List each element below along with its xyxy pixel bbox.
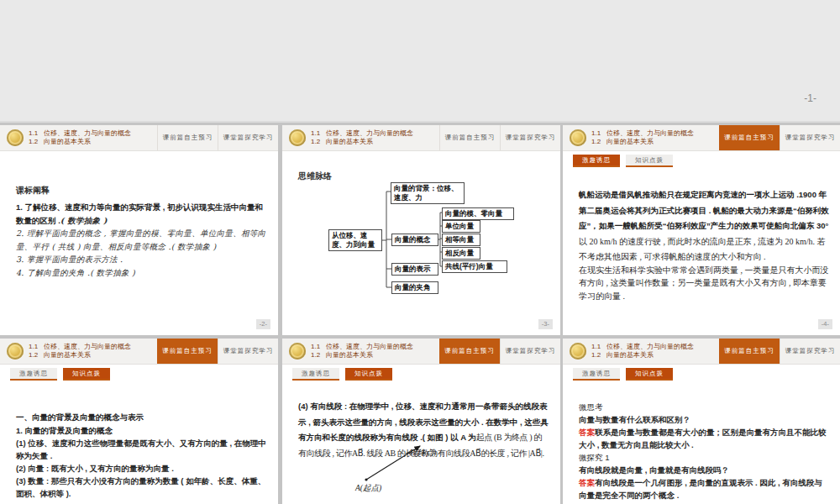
flowchart-node-unit-vector: 单位向量	[442, 220, 480, 233]
subtab-zhishi-dianbo[interactable]: 知识点拨	[626, 368, 673, 381]
lesson-title: 1.1位移、速度、力与向量的概念 1.2向量的基本关系	[591, 129, 694, 147]
section-title: 一、向量的背景及向量的概念与表示	[16, 411, 267, 424]
subtab-bar: 激趣诱思 知识点拨	[563, 151, 840, 167]
tab-classroom[interactable]: 课堂篇探究学习	[780, 339, 840, 364]
cover-slide-bottom: -1-	[0, 0, 840, 123]
slide-header: 1.1位移、速度、力与向量的概念 1.2向量的基本关系 课前篇自主预习 课堂篇探…	[563, 339, 840, 365]
tab-classroom[interactable]: 课堂篇探究学习	[780, 125, 840, 150]
slide-header: 1.1位移、速度、力与向量的概念 1.2向量的基本关系 课前篇自主预习 课堂篇探…	[0, 125, 278, 151]
header-tabs: 课前篇自主预习 课堂篇探究学习	[157, 125, 278, 150]
definition-item: (3) 数量 : 那些只有大小没有方向的量称为数量 ( 如年龄、长度、体重、面积…	[16, 475, 267, 500]
definition-item: (1) 位移、速度和力这些物理量都是既有大小、又有方向的量 , 在物理中称为矢量…	[16, 437, 267, 462]
subtab-jiqu-yousi[interactable]: 激趣诱思	[573, 368, 620, 381]
flowchart-node-background: 向量的背景：位移、速度、力	[391, 182, 465, 204]
slide-content: 一、向量的背景及向量的概念与表示 1. 向量的背景及向量的概念 (1) 位移、速…	[0, 381, 278, 500]
lesson-title-line2: 向量的基本关系	[44, 351, 91, 359]
explore-heading: 微探究 1	[579, 451, 829, 464]
subtab-bar: 激趣诱思 知识点拨	[563, 365, 840, 381]
page-number-badge: -2-	[256, 319, 270, 329]
subtab-bar: 激趣诱思 知识点拨	[0, 365, 278, 381]
lesson-title-line2: 向量的基本关系	[606, 138, 654, 145]
tab-presession[interactable]: 课前篇自主预习	[157, 125, 218, 150]
flowchart-node-equal-vector: 相等向量	[442, 234, 480, 246]
tab-presession[interactable]: 课前篇自主预习	[719, 125, 780, 150]
subtab-jiqu-yousi[interactable]: 激趣诱思	[573, 155, 620, 167]
competency-tag: ( 数学抽象 )	[60, 216, 108, 225]
school-logo-icon	[570, 129, 586, 146]
slide-zhishi-dianbo-1: 1.1位移、速度、力与向量的概念 1.2向量的基本关系 课前篇自主预习 课堂篇探…	[0, 339, 278, 504]
intro-paragraph: 在现实生活和科学实验中常常会遇到两类量 , 一类量是只有大小而没有方向 , 这类…	[579, 264, 829, 303]
slide-kebiao-chanshi: 1.1位移、速度、力与向量的概念 1.2向量的基本关系 课前篇自主预习 课堂篇探…	[0, 125, 278, 335]
flowchart-node-opposite-vector: 相反向量	[442, 247, 480, 260]
school-logo-icon	[570, 343, 586, 360]
lesson-title-line1: 位移、速度、力与向量的概念	[44, 129, 131, 137]
subtab-jiqu-yousi[interactable]: 激趣诱思	[10, 368, 57, 381]
endpoint-b-label: B(终点)	[410, 448, 436, 459]
definition-item: (2) 向量 : 既有大小 , 又有方向的量称为向量 .	[16, 462, 267, 475]
tab-presession[interactable]: 课前篇自主预习	[157, 339, 218, 364]
school-logo-icon	[7, 343, 24, 360]
explore-answer: 答案有向线段是一个几何图形 , 是向量的直观表示 . 因此 , 有向线段与向量是…	[579, 476, 829, 501]
subtab-zhishi-dianbo[interactable]: 知识点拨	[626, 155, 673, 167]
tab-classroom[interactable]: 课堂篇探究学习	[218, 125, 278, 150]
lesson-title-line1: 位移、速度、力与向量的概念	[44, 343, 131, 350]
flowchart-node-modulus-zero: 向量的模、零向量	[442, 207, 514, 220]
slide-weisikao: 1.1位移、速度、力与向量的概念 1.2向量的基本关系 课前篇自主预习 课堂篇探…	[563, 339, 840, 504]
slide-grid-viewer: -1- 1.1位移、速度、力与向量的概念 1.2向量的基本关系 课前篇自主预习 …	[0, 0, 840, 504]
tab-classroom[interactable]: 课堂篇探究学习	[218, 339, 278, 364]
lesson-number: 1.1	[591, 129, 606, 139]
think-heading: 微思考	[579, 401, 829, 413]
page-number: -1-	[804, 92, 816, 104]
flowchart-node-collinear-vector: 共线(平行)向量	[442, 260, 507, 273]
lesson-title-line2: 向量的基本关系	[44, 138, 91, 145]
directed-segment-arrow	[282, 339, 560, 504]
objective-item: 4. 了解向量的夹角 .( 数学抽象 )	[16, 266, 267, 280]
slide-content: 帆船运动是借风帆推动船只在规定距离内竞速的一项水上运动 .1900 年第二届奥运…	[563, 167, 840, 302]
header-tabs: 课前篇自主预习 课堂篇探究学习	[157, 339, 278, 364]
page-number-badge: -4-	[818, 319, 832, 329]
startpoint-a-label: A(起点)	[355, 483, 381, 494]
flowchart-node-root: 从位移、速度、力到向量	[328, 229, 382, 251]
lesson-number: 1.2	[591, 138, 606, 147]
lesson-number: 1.2	[591, 351, 606, 360]
objective-item: 3. 掌握平面向量的表示方法 .	[16, 253, 267, 266]
slide-content: 课标阐释 1. 了解位移、速度和力等向量的实际背景 , 初步认识现实生活中向量和…	[0, 151, 278, 279]
lesson-title: 1.1位移、速度、力与向量的概念 1.2向量的基本关系	[29, 129, 131, 147]
intro-paragraph: 帆船运动是借风帆推动船只在规定距离内竞速的一项水上运动 .1900 年第二届奥运…	[579, 186, 829, 264]
lesson-title-line1: 位移、速度、力与向量的概念	[606, 343, 694, 350]
objective-item: 2. 理解平面向量的概念 , 掌握向量的模、零向量、单位向量、相等向量、平行 (…	[16, 227, 267, 253]
lesson-number: 1.1	[29, 343, 44, 352]
lesson-number: 1.2	[29, 351, 44, 360]
flowchart-node-angle: 向量的夹角	[391, 281, 438, 294]
tab-presession[interactable]: 课前篇自主预习	[719, 339, 780, 364]
answer-label: 答案	[579, 428, 595, 437]
sub-section-title: 1. 向量的背景及向量的概念	[16, 424, 267, 438]
lesson-number: 1.1	[591, 343, 606, 352]
objective-item: 1. 了解位移、速度和力等向量的实际背景 , 初步认识现实生活中向量和数量的区别…	[16, 201, 267, 227]
slide-jiqu-yousi: 1.1位移、速度、力与向量的概念 1.2向量的基本关系 课前篇自主预习 课堂篇探…	[563, 125, 840, 335]
answer-label: 答案	[579, 478, 595, 487]
flowchart-connector-lines	[282, 125, 560, 335]
slide-content: 微思考 向量与数量有什么联系和区别？ 答案联系是向量与数量都是有大小的量；区别是…	[563, 381, 840, 501]
flowchart-node-concept: 向量的概念	[391, 234, 438, 246]
slide-youxiang-xianduan: 1.1位移、速度、力与向量的概念 1.2向量的基本关系 课前篇自主预习 课堂篇探…	[282, 339, 560, 504]
slide-header: 1.1位移、速度、力与向量的概念 1.2向量的基本关系 课前篇自主预习 课堂篇探…	[563, 125, 840, 151]
lesson-title-line2: 向量的基本关系	[606, 351, 654, 359]
lesson-title: 1.1位移、速度、力与向量的概念 1.2向量的基本关系	[591, 343, 694, 360]
lesson-number: 1.1	[29, 129, 44, 139]
lesson-title: 1.1位移、速度、力与向量的概念 1.2向量的基本关系	[29, 343, 131, 360]
lesson-number: 1.2	[29, 138, 44, 147]
think-question: 向量与数量有什么联系和区别？	[579, 413, 829, 426]
flowchart-node-representation: 向量的表示	[391, 263, 438, 276]
school-logo-icon	[7, 129, 24, 146]
think-answer: 答案联系是向量与数量都是有大小的量；区别是向量有方向且不能比较大小 , 数量无方…	[579, 426, 829, 451]
subtab-zhishi-dianbo[interactable]: 知识点拨	[63, 368, 110, 381]
header-tabs: 课前篇自主预习 课堂篇探究学习	[719, 339, 840, 364]
lesson-title-line1: 位移、速度、力与向量的概念	[606, 129, 694, 137]
page-number-badge: -3-	[538, 319, 553, 329]
header-tabs: 课前篇自主预习 课堂篇探究学习	[719, 125, 840, 150]
section-heading: 课标阐释	[16, 185, 267, 197]
explore-question: 有向线段就是向量 , 向量就是有向线段吗？	[579, 464, 829, 476]
slide-header: 1.1位移、速度、力与向量的概念 1.2向量的基本关系 课前篇自主预习 课堂篇探…	[0, 339, 278, 365]
slide-siwei-mailuo: 1.1位移、速度、力与向量的概念 1.2向量的基本关系 课前篇自主预习 课堂篇探…	[282, 125, 560, 335]
